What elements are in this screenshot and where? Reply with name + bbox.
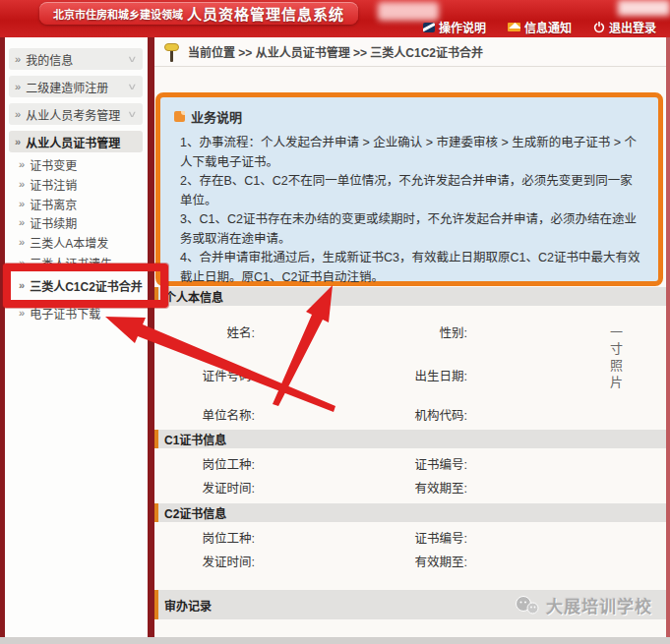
note-icon (174, 111, 185, 122)
manual-link[interactable]: 操作说明 (423, 19, 486, 35)
sidebar-item-cert-renewal[interactable]: »证书续期 (9, 212, 143, 232)
field-label-cert-no: 证书编号: (379, 454, 467, 473)
mail-icon (508, 23, 520, 31)
sidebar-item-exam-management[interactable]: »从业人员考务管理 ∨ (9, 103, 143, 125)
field-label-company: 单位名称: (166, 405, 255, 424)
main-content: 当前位置 >> 从业人员证书管理 >> 三类人C1C2证书合并 业务说明 1、办… (154, 37, 666, 637)
app-header: 北京市住房和城乡建设领域 人员资格管理信息系统 操作说明 信息通知 退出登录 (0, 0, 670, 37)
form-row: 发证时间: 有效期至: (154, 552, 617, 569)
breadcrumb-text: 当前位置 >> 从业人员证书管理 >> 三类人C1C2证书合并 (188, 43, 483, 60)
page-right-border (666, 37, 670, 637)
manual-label: 操作说明 (439, 19, 486, 35)
section-header-personal: 个人本信息 (154, 287, 666, 306)
section-title: C2证书信息 (164, 504, 226, 521)
sidebar-item-class3-a-reissue[interactable]: »三类人A本增发 (9, 232, 143, 252)
chevron-down-icon: ∨ (127, 54, 138, 64)
section-header-c2: C2证书信息 (154, 503, 666, 522)
logout-label: 退出登录 (609, 19, 656, 35)
form-row: 发证时间: 有效期至: (154, 478, 617, 496)
page: { "header": { "title_small": "北京市住房和城乡建设… (0, 0, 670, 644)
sidebar-item-cert-leave-beijing[interactable]: »证书离京 (9, 194, 143, 213)
field-label-cert-no: 证书编号: (379, 528, 467, 547)
watermark-text: 大展培训学校 (546, 593, 652, 617)
power-icon (593, 22, 605, 33)
section-title: 审办记录 (164, 597, 212, 614)
notice-item: 2、存在B、C1、C2不在同一单位情况，不允许发起合并申请，必须先变更到同一家单… (172, 172, 646, 210)
form-row: 证件号码: 出生日期: (154, 366, 617, 383)
notice-title: 业务说明 (191, 107, 242, 126)
notice-header: 业务说明 (174, 107, 646, 126)
sidebar: »我的信息 ∨ »二级建造师注册 ∨ »从业人员考务管理 ∨ »从业人员证书管理… (5, 37, 148, 637)
sidebar-item-cert-cancel[interactable]: »证书注销 (9, 174, 143, 194)
form-row: 单位名称: 机构代码: (154, 405, 617, 423)
sidebar-item-class3-cert-obscured[interactable]: »三类人证书遗失 (9, 253, 143, 272)
app-title-main: 人员资格管理信息系统 (187, 3, 344, 24)
field-label-id-number: 证件号码: (166, 366, 255, 384)
section-header-c1: C1证书信息 (154, 430, 666, 448)
notifications-label: 信息通知 (524, 19, 572, 35)
sidebar-item-builder-registration[interactable]: »二级建造师注册 ∨ (9, 76, 143, 97)
section-title: 个人本信息 (164, 288, 223, 305)
sidebar-main-divider (148, 37, 154, 637)
manual-icon (423, 23, 435, 32)
field-label-birth-date: 出生日期: (379, 366, 467, 384)
business-notice-panel: 业务说明 1、办事流程：个人发起合并申请 > 企业确认 > 市建委审核 > 生成… (155, 92, 663, 286)
form-row: 姓名: 性别: (154, 322, 617, 340)
photo-placeholder: 一寸照片 (603, 321, 625, 397)
field-label-gender: 性别: (379, 322, 467, 341)
field-label-valid-to: 有效期至: (379, 478, 467, 497)
logout-link[interactable]: 退出登录 (593, 19, 656, 35)
app-title-prefix: 北京市住房和城乡建设领域 (53, 6, 183, 22)
page-bottom-edge (0, 637, 670, 644)
sidebar-item-ecert-download[interactable]: »电子证书下载 (9, 303, 143, 322)
header-links: 操作说明 信息通知 退出登录 (423, 19, 656, 35)
field-label-name: 姓名: (166, 322, 255, 341)
breadcrumb: 当前位置 >> 从业人员证书管理 >> 三类人C1C2证书合并 (154, 37, 666, 67)
wechat-icon (515, 596, 540, 615)
chevron-down-icon: ∨ (127, 109, 138, 119)
sidebar-item-cert-change[interactable]: »证书变更 (9, 154, 143, 174)
sidebar-item-my-info[interactable]: »我的信息 ∨ (9, 48, 143, 70)
notice-item: 1、办事流程：个人发起合并申请 > 企业确认 > 市建委审核 > 生成新的电子证… (172, 134, 646, 172)
field-label-issue-date: 发证时间: (166, 552, 255, 570)
sidebar-item-class3-c1c2-merge[interactable]: »三类人C1C2证书合并 (9, 275, 143, 295)
field-label-valid-to: 有效期至: (379, 552, 467, 570)
section-title: C1证书信息 (164, 431, 226, 447)
app-title: 北京市住房和城乡建设领域 人员资格管理信息系统 (39, 2, 358, 25)
form-row: 岗位工种: 证书编号: (154, 528, 617, 546)
signpost-icon (164, 41, 180, 63)
notifications-link[interactable]: 信息通知 (508, 19, 572, 35)
chevron-down-icon: ∨ (127, 82, 138, 91)
form-row: 岗位工种: 证书编号: (154, 454, 617, 472)
field-label-job-type: 岗位工种: (166, 528, 255, 547)
field-label-issue-date: 发证时间: (166, 478, 255, 497)
field-label-org-code: 机构代码: (379, 405, 467, 424)
watermark: 大展培训学校 (515, 593, 652, 617)
notice-item: 3、C1、C2证书存在未办结的变更或续期时，不允许发起合并申请，必须办结在途业务… (172, 210, 646, 249)
blur-smudge (618, 0, 670, 16)
notice-item: 4、合并申请审批通过后，生成新证书C3，有效截止日期取原C1、C2证书中最大有效… (172, 249, 646, 287)
sidebar-item-certificate-management[interactable]: »从业人员证书管理 (9, 131, 143, 152)
field-label-job-type: 岗位工种: (166, 454, 255, 473)
